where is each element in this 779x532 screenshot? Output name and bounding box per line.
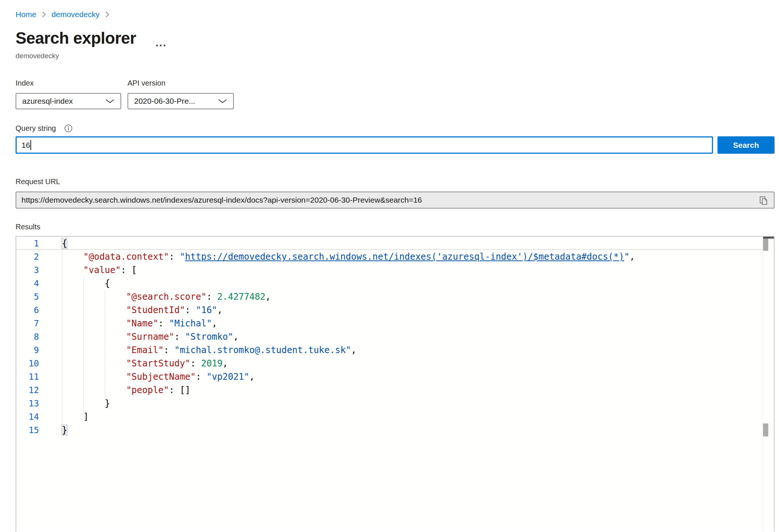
code-line: 9 "Email": "michal.stromko@.student.tuke…	[16, 343, 763, 357]
api-version-dropdown[interactable]: 2020-06-30-Pre...	[127, 93, 234, 109]
code-segment	[62, 345, 126, 355]
code-line-content: "Email": "michal.stromko@.student.tuke.s…	[39, 343, 763, 357]
code-segment: :	[158, 318, 169, 329]
indent-guide	[83, 330, 84, 343]
line-number: 2	[16, 250, 39, 263]
code-segment	[62, 385, 126, 395]
scrollbar-thumb[interactable]	[763, 239, 768, 251]
editor-scrollbar[interactable]	[763, 237, 774, 532]
code-segment	[62, 332, 126, 342]
code-segment: "vp2021"	[206, 372, 249, 382]
code-segment	[62, 412, 83, 422]
code-segment: [	[132, 265, 137, 275]
code-line: 15}	[16, 423, 763, 437]
code-line: 8 "Surname": "Stromko",	[16, 330, 763, 343]
breadcrumb-demovedecky-link[interactable]: demovedecky	[52, 10, 100, 19]
code-segment: "value"	[83, 265, 121, 275]
indent-guide	[105, 303, 105, 317]
search-button[interactable]: Search	[717, 136, 775, 154]
index-dropdown[interactable]: azuresql-index	[16, 93, 121, 109]
code-line-content: {	[39, 237, 763, 249]
code-line: 10 "StartStudy": 2019,	[16, 357, 763, 370]
breadcrumb: Home demovedecky	[16, 10, 779, 19]
api-version-label: API version	[127, 79, 165, 88]
line-number: 4	[16, 277, 39, 290]
code-segment: ,	[351, 345, 356, 355]
code-segment: "SubjectName"	[126, 372, 196, 382]
code-segment: 2.4277482	[217, 292, 265, 302]
indent-guide	[62, 277, 62, 290]
code-segment: :	[185, 305, 196, 315]
code-segment: "StudentId"	[126, 305, 185, 315]
line-number: 11	[16, 370, 39, 383]
line-number: 13	[16, 397, 39, 410]
code-segment: :	[169, 385, 180, 395]
indent-guide	[62, 343, 62, 357]
indent-guide	[62, 250, 62, 263]
code-segment: ,	[233, 332, 238, 342]
code-segment	[62, 265, 83, 275]
code-line: 2 "@odata.context": "https://demovedecky…	[16, 250, 763, 263]
more-commands-button[interactable]: ...	[155, 39, 167, 46]
code-segment: ,	[217, 305, 222, 315]
code-line-content: "Name": "Michal",	[39, 317, 763, 330]
code-line-content: "@search.score": 2.4277482,	[39, 290, 763, 303]
indent-guide	[62, 410, 62, 423]
indent-guide	[83, 370, 84, 383]
code-segment	[62, 292, 126, 302]
results-editor-lines: 1{2 "@odata.context": "https://demovedec…	[16, 237, 763, 437]
indent-guide	[62, 303, 62, 317]
line-number: 5	[16, 290, 39, 303]
code-segment: {	[105, 278, 110, 289]
search-explorer-page: Home demovedecky Search explorer ... dem…	[0, 0, 779, 532]
code-line: 11 "SubjectName": "vp2021",	[16, 370, 763, 383]
indent-guide	[62, 383, 62, 397]
breadcrumb-home-link[interactable]: Home	[16, 10, 36, 19]
indent-guide	[62, 330, 62, 343]
code-line-content: "value": [	[39, 263, 763, 277]
code-line-content: "@odata.context": "https://demovedecky.s…	[39, 250, 763, 263]
indent-guide	[83, 343, 84, 357]
chevron-right-icon	[105, 10, 110, 19]
code-link[interactable]: https://demovedecky.search.windows.net/i…	[185, 252, 624, 262]
code-segment: :	[169, 252, 180, 262]
code-segment: []	[180, 385, 190, 395]
code-segment: 2019	[201, 358, 223, 369]
indent-guide	[105, 357, 105, 370]
code-line: 4 {	[16, 277, 763, 290]
indent-guide	[62, 290, 62, 303]
line-number: 8	[16, 330, 39, 343]
info-icon[interactable]	[64, 124, 73, 133]
query-string-label: Query string	[16, 124, 56, 133]
code-segment: "	[624, 252, 629, 262]
code-segment: :	[206, 292, 217, 302]
indent-guide	[83, 290, 84, 303]
indent-guide	[83, 357, 84, 370]
request-url-label: Request URL	[16, 177, 775, 187]
query-input[interactable]: 16	[16, 136, 713, 154]
results-editor[interactable]: 1{2 "@odata.context": "https://demovedec…	[16, 236, 775, 532]
indent-guide	[62, 357, 62, 370]
code-line-content: "SubjectName": "vp2021",	[39, 370, 763, 383]
code-segment: "Michal"	[169, 318, 212, 329]
code-segment: ,	[222, 358, 228, 369]
copy-icon[interactable]	[758, 195, 769, 206]
line-number: 3	[16, 263, 39, 277]
request-url-field[interactable]: https://demovedecky.search.windows.net/i…	[16, 192, 775, 209]
code-segment: :	[190, 358, 201, 369]
code-segment	[62, 318, 126, 329]
code-segment: "Stromko"	[185, 332, 233, 342]
code-segment: "@search.score"	[126, 292, 206, 302]
page-subtitle: demovedecky	[16, 52, 779, 60]
code-segment: :	[121, 265, 132, 275]
code-line-content: }	[39, 423, 763, 437]
index-dropdown-value: azuresql-index	[22, 97, 102, 106]
indent-guide	[105, 370, 105, 383]
line-number: 10	[16, 357, 39, 370]
request-url-value: https://demovedecky.search.windows.net/i…	[21, 196, 422, 205]
indent-guide	[83, 397, 84, 410]
code-segment: "Name"	[126, 318, 158, 329]
code-segment: "16"	[196, 305, 217, 315]
code-segment: "StartStudy"	[126, 358, 190, 369]
code-line-content: "people": []	[39, 383, 763, 397]
